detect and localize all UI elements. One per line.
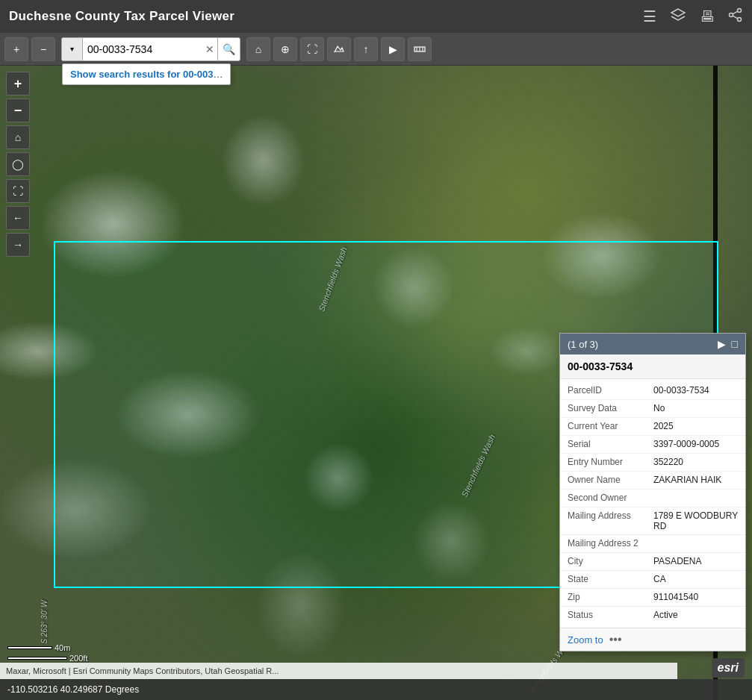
app-header: Duchesne County Tax Parcel Viewer ☰ 🖶 — [0, 0, 752, 33]
measure-button[interactable] — [408, 37, 432, 61]
draw-button[interactable] — [327, 37, 351, 61]
map-home-button[interactable]: ⌂ — [6, 125, 30, 149]
fullscreen-button[interactable]: ⛶ — [300, 37, 324, 61]
popup-close-button[interactable]: □ — [732, 338, 738, 350]
arrow-button[interactable]: ↑ — [354, 37, 378, 61]
popup-field-value: Active — [653, 610, 678, 622]
coordinates-bar: -110.503216 40.249687 Degrees — [0, 679, 752, 700]
popup-header: (1 of 3) ▶ □ — [560, 334, 745, 354]
search-bar: ▾ ✕ 🔍 Show search results for 00-003… — [61, 37, 240, 61]
popup-row: StateCA — [560, 571, 745, 589]
layers-icon[interactable] — [670, 7, 686, 27]
popup-content: ParcelID00-0033-7534Survey DataNoCurrent… — [560, 379, 745, 628]
popup-panel: (1 of 3) ▶ □ 00-0033-7534 ParcelID00-003… — [559, 333, 746, 651]
svg-point-1 — [738, 17, 742, 21]
popup-row: ParcelID00-0033-7534 — [560, 382, 745, 400]
map-zoom-out-button[interactable]: − — [6, 99, 30, 122]
popup-field-label: Mailing Address 2 — [568, 538, 653, 549]
cursor-button[interactable]: ▶ — [381, 37, 405, 61]
search-input[interactable] — [83, 38, 202, 60]
popup-field-value: ZAKARIAN HAIK — [653, 475, 721, 486]
svg-point-2 — [730, 13, 733, 16]
popup-field-label: City — [568, 556, 653, 567]
search-clear-button[interactable]: ✕ — [202, 43, 217, 55]
app-title: Duchesne County Tax Parcel Viewer — [9, 9, 234, 24]
zoom-in-button[interactable]: + — [4, 37, 28, 61]
attribution-bar: Maxar, Microsoft | Esri Community Maps C… — [0, 663, 677, 679]
toolbar: + − ▾ ✕ 🔍 Show search results for 00-003… — [0, 33, 752, 66]
header-toolbar: ☰ 🖶 — [643, 7, 743, 27]
scale-label-m: 40m — [55, 643, 70, 652]
popup-field-label: Entry Number — [568, 457, 653, 468]
svg-line-3 — [733, 11, 738, 14]
svg-line-4 — [733, 16, 738, 19]
popup-row: Survey DataNo — [560, 400, 745, 418]
map-back-button[interactable]: ← — [6, 206, 30, 230]
popup-title: 00-0033-7534 — [560, 354, 745, 379]
scale-bar: 40m 200ft — [7, 643, 87, 663]
svg-point-0 — [738, 8, 742, 12]
popup-field-label: Current Year — [568, 421, 653, 432]
popup-field-value: CA — [653, 574, 666, 585]
popup-row: Entry Number352220 — [560, 454, 745, 472]
esri-logo-text: esri — [718, 661, 739, 674]
popup-nav-label: (1 of 3) — [568, 339, 598, 350]
search-dropdown-button[interactable]: ▾ — [62, 38, 83, 60]
map-extent-button[interactable]: ⛶ — [6, 179, 30, 203]
list-icon[interactable]: ☰ — [643, 7, 656, 25]
map-zoom-in-button[interactable]: + — [6, 72, 30, 96]
zoom-out-button[interactable]: − — [31, 37, 55, 61]
coordinates-text: -110.503216 40.249687 Degrees — [7, 684, 139, 695]
esri-logo: esri — [712, 658, 745, 678]
scale-line: 40m 200ft — [7, 643, 87, 663]
popup-field-value: PASADENA — [653, 556, 701, 567]
home-button[interactable]: ⌂ — [246, 37, 270, 61]
popup-row: Zip911041540 — [560, 589, 745, 607]
popup-field-label: Owner Name — [568, 475, 653, 486]
popup-field-label: Status — [568, 610, 653, 622]
zoom-to-link[interactable]: Zoom to — [568, 634, 603, 646]
popup-footer: Zoom to ••• — [560, 628, 745, 651]
popup-row: Owner NameZAKARIAN HAIK — [560, 472, 745, 490]
popup-field-value: 3397-0009-0005 — [653, 439, 719, 450]
popup-field-label: Second Owner — [568, 493, 653, 504]
popup-field-value: 352220 — [653, 457, 683, 468]
popup-field-value: 911041540 — [653, 592, 698, 603]
suggestion-highlight: 00-003 — [183, 69, 213, 80]
popup-field-value: 1789 E WOODBURY RD — [653, 510, 738, 531]
popup-row: Second Owner — [560, 490, 745, 507]
popup-row: StatusActive — [560, 607, 745, 625]
search-go-button[interactable]: 🔍 — [217, 38, 240, 60]
popup-field-value: 00-0033-7534 — [653, 385, 709, 396]
popup-row: Mailing Address 2 — [560, 535, 745, 553]
popup-row: Current Year2025 — [560, 418, 745, 436]
popup-field-label: Zip — [568, 592, 653, 603]
print-icon[interactable]: 🖶 — [700, 8, 715, 25]
popup-next-button[interactable]: ▶ — [718, 338, 726, 350]
popup-row: Mailing Address1789 E WOODBURY RD — [560, 507, 745, 535]
attribution-text: Maxar, Microsoft | Esri Community Maps C… — [6, 666, 279, 675]
map-container[interactable]: Stenchfields Wash Stenchfields Wash Sten… — [0, 66, 752, 700]
popup-field-label: ParcelID — [568, 385, 653, 396]
popup-row: Serial3397-0009-0005 — [560, 436, 745, 454]
popup-row: CityPASADENA — [560, 553, 745, 571]
popup-more-options[interactable]: ••• — [609, 633, 622, 646]
popup-field-label: Survey Data — [568, 403, 653, 414]
share-icon[interactable] — [728, 7, 743, 26]
map-nav-tools: + − ⌂ ◯ ⛶ ← → — [6, 72, 30, 257]
suggestion-text: Show search results for — [70, 69, 183, 80]
popup-field-label: State — [568, 574, 653, 585]
popup-field-value: No — [653, 403, 665, 414]
locate-button[interactable]: ⊕ — [273, 37, 297, 61]
search-suggestion[interactable]: Show search results for 00-003… — [62, 63, 231, 85]
popup-field-label: Mailing Address — [568, 510, 653, 531]
popup-field-value: 2025 — [653, 421, 674, 432]
popup-field-label: Serial — [568, 439, 653, 450]
map-locate-button[interactable]: ◯ — [6, 152, 30, 176]
scale-label-ft: 200ft — [69, 654, 87, 663]
map-forward-button[interactable]: → — [6, 233, 30, 257]
